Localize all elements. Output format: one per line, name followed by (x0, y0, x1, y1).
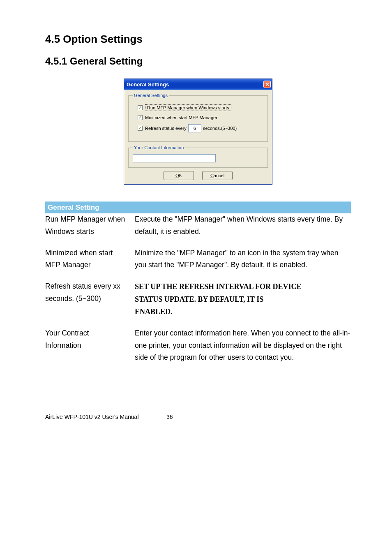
table-header-bar: General Setting (45, 201, 351, 213)
dialog-screenshot: General Settings ✕ General Settings Run … (45, 79, 351, 185)
table-row: Minimized when start MFP Manager Minimiz… (45, 247, 351, 281)
cell-text: STATUS UPDATE. BY DEFAULT, IT IS (135, 293, 351, 306)
table-row: Refresh status every xx seconds. (5~300)… (45, 280, 351, 327)
opt-refresh-row: Refresh status every 6 seconds.(5~300) (138, 124, 263, 132)
heading-section: 4.5 Option Settings (45, 33, 351, 46)
opt-refresh-suffix: seconds.(5~300) (203, 126, 237, 131)
footer-text: AirLive WFP-101U v2 User's Manual (45, 414, 139, 420)
ok-button[interactable]: OK (164, 171, 194, 180)
cell-text: Minimized when start (45, 249, 113, 257)
refresh-seconds-input[interactable]: 6 (188, 124, 201, 132)
cell-text: Enter your contact information here. Whe… (135, 327, 351, 364)
page-footer: AirLive WFP-101U v2 User's Manual 36 (45, 414, 351, 420)
dialog-button-row: OK Cancel (128, 171, 268, 180)
cell-text: Information (45, 341, 81, 349)
opt-refresh-prefix: Refresh status every (145, 126, 187, 131)
cell-text: Windows starts (45, 227, 94, 236)
dialog-title: General Settings (127, 81, 169, 88)
heading-subsection: 4.5.1 General Setting (45, 56, 351, 67)
opt-run-row: Run MFP Manager when Windows starts (138, 104, 263, 111)
cell-text: ENABLED. (135, 305, 351, 318)
settings-description-table: Run MFP Manager when Windows starts Exec… (45, 213, 351, 364)
opt-run-label: Run MFP Manager when Windows starts (145, 104, 231, 111)
checkbox-min[interactable] (138, 115, 143, 120)
checkbox-run[interactable] (138, 105, 143, 110)
dialog-titlebar: General Settings ✕ (124, 79, 272, 90)
cancel-rest: ancel (214, 173, 224, 178)
cell-text: seconds. (5~300) (45, 294, 101, 303)
contact-info-group: Your Contact Information (128, 145, 268, 168)
general-settings-dialog: General Settings ✕ General Settings Run … (124, 79, 272, 185)
cancel-button[interactable]: Cancel (202, 171, 233, 180)
table-row: Run MFP Manager when Windows starts Exec… (45, 213, 351, 247)
cell-text: Refresh status every xx (45, 282, 120, 290)
ok-rest: K (179, 173, 182, 178)
ok-underline: O (175, 173, 179, 178)
general-settings-group: General Settings Run MFP Manager when Wi… (128, 93, 268, 142)
table-row: Your Contract Information Enter your con… (45, 327, 351, 364)
page-number: 36 (166, 414, 173, 420)
cell-text: Run MFP Manager when (45, 215, 125, 223)
cell-text: SET UP THE REFRESH INTERVAL FOR DEVICE (135, 280, 351, 293)
checkbox-refresh[interactable] (138, 126, 143, 131)
group-legend: General Settings (133, 93, 169, 98)
dialog-body: General Settings Run MFP Manager when Wi… (124, 90, 272, 184)
cell-text: Execute the "MFP Manager" when Windows s… (135, 213, 351, 247)
opt-min-label: Minimized when start MFP Manager (145, 115, 217, 120)
close-icon[interactable]: ✕ (263, 81, 271, 88)
contact-legend: Your Contact Information (133, 145, 185, 150)
cell-text: MFP Manager (45, 261, 91, 269)
opt-min-row: Minimized when start MFP Manager (138, 115, 263, 120)
cell-text: Your Contract (45, 329, 89, 337)
contact-info-input[interactable] (133, 154, 216, 162)
cancel-underline: C (210, 173, 214, 178)
cell-text: Minimize the "MFP Manager" to an icon in… (135, 247, 351, 281)
